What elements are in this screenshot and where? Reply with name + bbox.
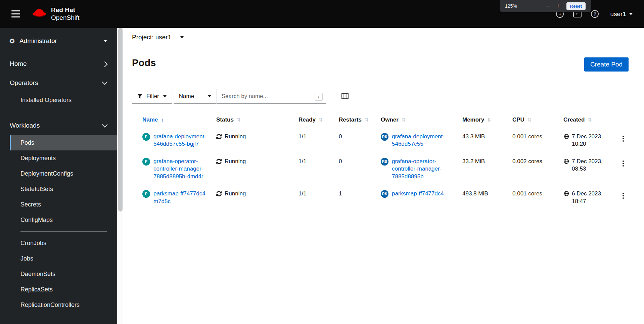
columns-icon <box>341 93 349 99</box>
zoom-level: 125% <box>505 3 517 9</box>
page-title: Pods <box>132 57 156 68</box>
sidebar-section-label: Operators <box>10 79 38 87</box>
column-header-memory[interactable]: Memory⇅ <box>462 112 512 128</box>
memory-cell: 33.2 MiB <box>462 153 512 185</box>
created-text: 6 Dec 2023, 18:47 <box>572 190 616 205</box>
column-header-name[interactable]: Name↑ <box>132 112 216 128</box>
sidebar-item-pods[interactable]: Pods <box>10 135 117 150</box>
sidebar-item-secrets[interactable]: Secrets <box>10 197 117 212</box>
restarts-cell: 0 <box>339 128 381 153</box>
pod-link[interactable]: parksmap-ff7477dc4-m7d5c <box>153 190 213 205</box>
sidebar-item-deployments[interactable]: Deployments <box>10 150 117 166</box>
chevron-right-icon <box>102 61 108 67</box>
replicaset-badge: RS <box>381 158 388 166</box>
status-text: Running <box>225 190 246 197</box>
user-menu-label: user1 <box>610 10 626 18</box>
filter-icon <box>137 94 142 99</box>
sidebar-divider <box>20 231 107 232</box>
pod-link[interactable]: grafana-deployment-546dd57c55-bgjl7 <box>153 133 213 148</box>
timestamp-globe-icon <box>563 191 569 196</box>
row-kebab-menu[interactable] <box>620 134 627 144</box>
user-menu[interactable]: user1 <box>608 10 635 18</box>
table-row: P parksmap-ff7477dc4-m7d5c Running 1/1 1… <box>132 185 632 210</box>
ready-cell: 1/1 <box>298 185 339 210</box>
sort-icon: ⇅ <box>527 118 532 122</box>
column-header-ready[interactable]: Ready⇅ <box>298 112 339 128</box>
caret-down-icon <box>208 95 211 97</box>
nav-toggle-button[interactable] <box>9 8 22 19</box>
sidebar-item-jobs[interactable]: Jobs <box>10 251 117 266</box>
sidebar-section-workloads[interactable]: Workloads <box>0 116 117 135</box>
pod-link[interactable]: grafana-operator-controller-manager-7885… <box>153 158 213 180</box>
zoom-reset-button[interactable]: Reset <box>566 2 586 10</box>
brand[interactable]: Red Hat OpenShift <box>32 6 80 21</box>
attribute-dropdown-label: Name <box>179 93 194 100</box>
owner-link[interactable]: grafana-operator-controller-manager-7885… <box>392 158 459 180</box>
column-header-actions <box>620 112 632 128</box>
owner-link[interactable]: grafana-deployment-546dd57c55 <box>392 133 459 148</box>
brand-line-2: OpenShift <box>51 14 80 21</box>
ready-cell: 1/1 <box>298 128 339 153</box>
owner-link[interactable]: parksmap-ff7477dc4 <box>392 190 444 198</box>
table-row: P grafana-operator-controller-manager-78… <box>132 153 632 185</box>
sidebar-item-replicasets[interactable]: ReplicaSets <box>10 282 117 297</box>
table-row: P grafana-deployment-546dd57c55-bgjl7 Ru… <box>132 128 632 153</box>
filter-dropdown[interactable]: Filter <box>132 89 172 104</box>
sidebar-section-operators[interactable]: Operators <box>0 73 117 92</box>
project-selector-label: Project: user1 <box>132 34 171 41</box>
created-text: 7 Dec 2023, 10:20 <box>572 133 616 148</box>
sidebar-item-replicationcontrollers[interactable]: ReplicationControllers <box>10 297 117 313</box>
sidebar-item-deploymentconfigs[interactable]: DeploymentConfigs <box>10 166 117 181</box>
row-kebab-menu[interactable] <box>620 191 627 201</box>
sidebar-item-configmaps[interactable]: ConfigMaps <box>10 212 117 228</box>
scrollbar-thumb[interactable] <box>118 28 123 212</box>
sidebar-item-statefulsets[interactable]: StatefulSets <box>10 181 117 197</box>
sort-icon: ⇅ <box>237 118 241 122</box>
sort-icon: ⇅ <box>365 118 369 122</box>
filter-dropdown-label: Filter <box>146 93 159 100</box>
sidebar-scrollbar[interactable] <box>117 28 123 324</box>
table-header-row: Name↑ Status⇅ Ready⇅ Restarts⇅ Owner⇅ Me… <box>132 112 632 128</box>
column-management-button[interactable] <box>340 91 350 102</box>
column-header-owner[interactable]: Owner⇅ <box>381 112 462 128</box>
sync-icon <box>216 134 222 139</box>
timestamp-globe-icon <box>563 158 569 164</box>
sidebar-item-daemonsets[interactable]: DaemonSets <box>10 266 117 282</box>
memory-cell: 43.3 MiB <box>462 128 512 153</box>
sidebar-item-home[interactable]: Home <box>0 54 117 73</box>
pod-badge: P <box>142 190 150 198</box>
zoom-out-button[interactable]: − <box>545 3 550 9</box>
sort-icon: ⇅ <box>402 118 406 122</box>
replicaset-badge: RS <box>381 190 388 198</box>
project-selector[interactable]: Project: user1 <box>123 28 644 47</box>
column-header-cpu[interactable]: CPU⇅ <box>512 112 563 128</box>
created-text: 7 Dec 2023, 08:53 <box>572 158 616 173</box>
column-header-status[interactable]: Status⇅ <box>216 112 298 128</box>
redhat-logo <box>32 8 47 20</box>
timestamp-globe-icon <box>563 134 569 139</box>
column-header-restarts[interactable]: Restarts⇅ <box>339 112 381 128</box>
caret-down-icon <box>104 40 107 42</box>
sidebar-item-cronjobs[interactable]: CronJobs <box>10 235 117 251</box>
cpu-cell: 0.001 cores <box>512 185 563 210</box>
main-content: Project: user1 Pods Create Pod Filter Na… <box>123 28 644 324</box>
attribute-dropdown[interactable]: Name <box>174 89 217 104</box>
zoom-in-button[interactable]: + <box>556 3 561 9</box>
search-shortcut-hint: / <box>315 93 323 101</box>
perspective-switcher[interactable]: ⚙ Administrator <box>0 28 117 52</box>
list-toolbar: Filter Name / <box>132 89 644 104</box>
chevron-down-icon <box>102 122 108 127</box>
help-icon[interactable]: ? <box>591 10 599 18</box>
sidebar-item-label: Home <box>10 60 27 67</box>
sync-icon <box>216 159 222 164</box>
sort-icon: ⇅ <box>319 118 323 122</box>
caret-down-icon <box>163 95 167 97</box>
row-kebab-menu[interactable] <box>620 158 627 169</box>
memory-cell: 493.8 MiB <box>462 185 512 210</box>
restarts-cell: 1 <box>339 185 381 210</box>
browser-zoom-popup: 125% − + Reset <box>500 0 591 12</box>
sidebar-item-installed-operators[interactable]: Installed Operators <box>10 92 117 108</box>
create-pod-button[interactable]: Create Pod <box>584 57 629 72</box>
column-header-created[interactable]: Created⇅ <box>563 112 620 128</box>
search-input[interactable] <box>217 89 326 104</box>
